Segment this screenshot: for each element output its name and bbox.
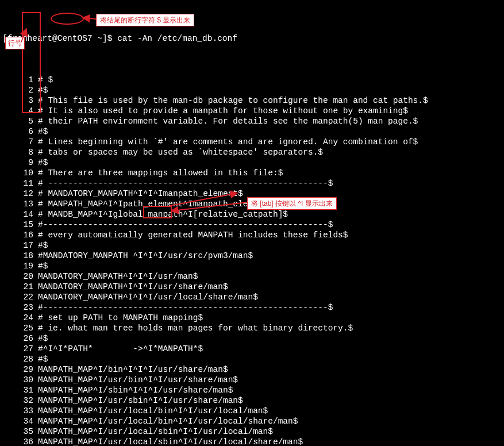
output-line: 27#^I^I*PATH* ->^I*MANPATH*$ [2,344,504,354]
output-line: 15#-------------------------------------… [2,220,504,230]
line-number: 24 [2,313,38,323]
line-text: MANPATH_MAP^I/usr/sbin^I^I/usr/share/man… [38,395,504,406]
output-line: 13# MANPATH_MAP^I^Ipath_element^Imanpath… [2,199,504,209]
line-text: # MANPATH_MAP^I^Ipath_element^Imanpath_e… [38,199,504,209]
line-text: # There are three mappings allowed in th… [38,168,504,178]
line-text: MANPATH_MAP^I/sbin^I^I^I/usr/share/man$ [38,385,504,395]
output-line: 12# MANDATORY_MANPATH^I^I^Imanpath_eleme… [2,189,504,199]
line-text: MANPATH_MAP^I/usr/local/bin^I^I/usr/loca… [38,406,504,416]
line-number: 35 [2,426,38,437]
line-number: 34 [2,416,38,426]
output-line: 32MANPATH_MAP^I/usr/sbin^I^I/usr/share/m… [2,395,504,406]
output-line: 31MANPATH_MAP^I/sbin^I^I^I/usr/share/man… [2,385,504,395]
output-line: 19#$ [2,261,504,271]
line-text: # MANDB_MAP^I^Iglobal_manpath^I[relative… [38,209,504,220]
line-text: MANDATORY_MANPATH^I^I^I/usr/man$ [38,271,504,282]
terminal-window[interactable]: [fromheart@CentOS7 ~]$ cat -An /etc/man_… [0,0,504,446]
line-text: # This file is used by the man-db packag… [38,95,504,106]
output-line: 26#$ [2,333,504,344]
output-line: 21MANDATORY_MANPATH^I^I^I/usr/share/man$ [2,282,504,292]
output-line: 36MANPATH_MAP^I/usr/local/sbin^I^I/usr/l… [2,437,504,446]
line-text: #$ [38,157,504,168]
output-line: 11# ------------------------------------… [2,178,504,189]
line-text: #$ [38,354,504,364]
output-line: 18#MANDATORY_MANPATH ^I^I^I/usr/src/pvm3… [2,251,504,261]
output-line: 22MANDATORY_MANPATH^I^I^I/usr/local/shar… [2,292,504,302]
line-text: MANPATH_MAP^I/bin^I^I^I/usr/share/man$ [38,364,504,375]
output-line: 35MANPATH_MAP^I/usr/local/sbin^I^I/usr/l… [2,426,504,437]
line-number: 29 [2,364,38,375]
output-line: 33MANPATH_MAP^I/usr/local/bin^I^I/usr/lo… [2,406,504,416]
line-text: #$ [38,333,504,344]
line-text: # Lines beginning with `#' are comments … [38,137,504,147]
line-number: 14 [2,209,38,220]
output-line: 7# Lines beginning with `#' are comments… [2,137,504,147]
line-text: # set up PATH to MANPATH mapping$ [38,313,504,323]
line-text: MANDATORY_MANPATH^I^I^I/usr/share/man$ [38,282,504,292]
line-text: #^I^I*PATH* ->^I*MANPATH*$ [38,344,504,354]
output-line: 1# $ [2,75,504,85]
line-text: #MANDATORY_MANPATH ^I^I^I/usr/src/pvm3/m… [38,251,504,261]
line-text: # MANDATORY_MANPATH^I^I^Imanpath_element… [38,189,504,199]
output-line: 24# set up PATH to MANPATH mapping$ [2,313,504,323]
output-line: 23#-------------------------------------… [2,302,504,313]
output-line: 5# their PATH environment variable. For … [2,116,504,126]
line-text: MANPATH_MAP^I/usr/local/sbin^I^I/usr/loc… [38,437,504,446]
line-number: 36 [2,437,38,446]
output-line: 14# MANDB_MAP^I^Iglobal_manpath^I[relati… [2,209,504,220]
line-number: 25 [2,323,38,333]
line-text: #$ [38,240,504,251]
line-text: #$ [38,261,504,271]
output-line: 29MANPATH_MAP^I/bin^I^I^I/usr/share/man$ [2,364,504,375]
output-line: 10# There are three mappings allowed in … [2,168,504,178]
line-number: 12 [2,189,38,199]
line-number: 6 [2,126,38,137]
line-number: 2 [2,85,38,95]
line-text: MANDATORY_MANPATH^I^I^I/usr/local/share/… [38,292,504,302]
svg-line-0 [83,18,96,19]
file-contents: 1# $2#$3# This file is used by the man-d… [2,75,504,446]
output-line: 16# every automatically generated MANPAT… [2,230,504,240]
line-text: # tabs or spaces may be used as `whitesp… [38,147,504,157]
line-text: #---------------------------------------… [38,302,504,313]
line-text: # $ [38,75,504,85]
output-line: 2#$ [2,85,504,95]
output-line: 6#$ [2,126,504,137]
line-text: # --------------------------------------… [38,178,504,189]
line-number: 28 [2,354,38,364]
line-number: 20 [2,271,38,282]
line-number: 19 [2,261,38,271]
line-number: 32 [2,395,38,406]
line-number: 7 [2,137,38,147]
output-line: 20MANDATORY_MANPATH^I^I^I/usr/man$ [2,271,504,282]
line-number: 31 [2,385,38,395]
output-line: 34MANPATH_MAP^I/usr/local/bin^I^I/usr/lo… [2,416,504,426]
output-line: 4# It is also used to provide a manpath … [2,106,504,116]
line-text: # ie. what man tree holds man pages for … [38,323,504,333]
shell-prompt: [fromheart@CentOS7 ~]$ cat -An /etc/man_… [2,33,504,44]
line-number: 10 [2,168,38,178]
line-text: # their PATH environment variable. For d… [38,116,504,126]
output-line: 30MANPATH_MAP^I/usr/bin^I^I/usr/share/ma… [2,375,504,385]
line-text: #$ [38,85,504,95]
line-number: 33 [2,406,38,416]
line-number: 26 [2,333,38,344]
line-number: 15 [2,220,38,230]
line-text: MANPATH_MAP^I/usr/bin^I^I/usr/share/man$ [38,375,504,385]
line-number: 30 [2,375,38,385]
line-number: 8 [2,147,38,157]
line-number: 11 [2,178,38,189]
line-number: 1 [2,75,38,85]
line-number: 3 [2,95,38,106]
output-line: 25# ie. what man tree holds man pages fo… [2,323,504,333]
line-number: 17 [2,240,38,251]
line-number: 18 [2,251,38,261]
line-number: 9 [2,157,38,168]
dollar-highlight-ellipse [51,13,84,25]
line-text: # It is also used to provide a manpath f… [38,106,504,116]
line-number: 5 [2,116,38,126]
callout-dollar: 将结尾的断行字符 $ 显示出来 [96,14,194,26]
line-text: #$ [38,126,504,137]
line-number: 22 [2,292,38,302]
line-number: 27 [2,344,38,354]
